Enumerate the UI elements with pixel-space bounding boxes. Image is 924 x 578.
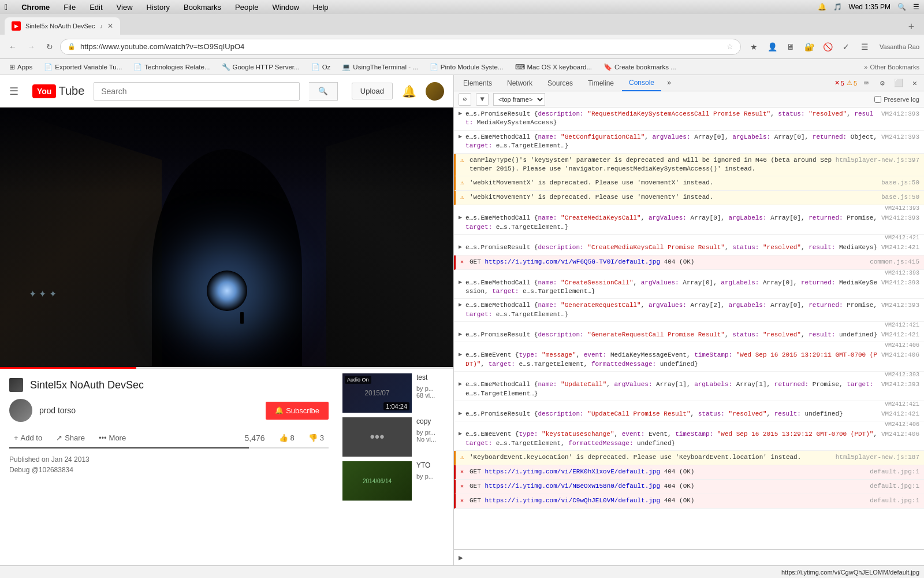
address-bar[interactable]: 🔒 https://www.youtube.com/watch?v=tsO9Sq…	[60, 39, 741, 55]
devtools-close-button[interactable]: ✕	[908, 76, 922, 90]
devtools-tab-sources[interactable]: Sources	[541, 75, 580, 91]
expand-icon-3[interactable]: ▶	[459, 214, 462, 232]
expand-icon-7[interactable]: ▶	[459, 331, 462, 339]
menu-file[interactable]: File	[61, 3, 78, 12]
sidebar-video-3[interactable]: 2014/06/14 YTO by p...	[342, 461, 449, 501]
video-progress-bar[interactable]	[0, 367, 453, 369]
menu-history[interactable]: History	[144, 3, 172, 12]
devtools-tab-more[interactable]: »	[662, 77, 676, 90]
extension-check-icon[interactable]: ✓	[838, 39, 854, 55]
menu-edit[interactable]: Edit	[87, 3, 105, 12]
bookmark-oz[interactable]: 📄 Oz	[307, 62, 336, 72]
active-tab[interactable]: ▶ Sintel5x NoAuth DevSec ♪ ✕	[5, 17, 120, 35]
error-link-1[interactable]: https://i.ytimg.com/vi/wF6Q5G-TV0I/defau…	[485, 258, 660, 265]
devtools-settings-icon[interactable]: ⚙	[875, 76, 889, 90]
bookmark-mac-keyboard[interactable]: ⌨ Mac OS X keyboard...	[511, 62, 597, 72]
error-link-3[interactable]: https://i.ytimg.com/vi/NBeOxw158n0/defau…	[485, 483, 660, 490]
warning-link-3[interactable]: base.js:50	[881, 194, 919, 201]
bookmark-exported-variable[interactable]: 📄 Exported Variable Tu...	[39, 62, 126, 72]
yt-menu-icon[interactable]: ☰	[9, 85, 18, 98]
add-to-button[interactable]: + Add to	[9, 431, 47, 444]
like-button[interactable]: 👍 8	[274, 431, 299, 444]
dislike-button[interactable]: 👎 3	[304, 431, 329, 444]
search-icon[interactable]: 🔍	[897, 3, 906, 11]
bookmark-apps[interactable]: ⊞ Apps	[5, 62, 37, 72]
frame-selector[interactable]: <top frame>	[493, 93, 545, 106]
filter-console-button[interactable]: ▼	[476, 93, 489, 106]
upload-button[interactable]: Upload	[352, 83, 393, 99]
devtools-dock-icon[interactable]: ⬜	[892, 76, 906, 90]
share-button[interactable]: ↗ Share	[51, 431, 90, 444]
console-input-field[interactable]	[465, 554, 919, 561]
expand-icon-11[interactable]: ▶	[459, 430, 462, 448]
error-source-link-4[interactable]: default.jpg:1	[870, 497, 919, 504]
expand-icon-5[interactable]: ▶	[459, 279, 462, 297]
expand-icon-9[interactable]: ▶	[459, 380, 462, 398]
extension-screen-icon[interactable]: 🖥	[783, 39, 799, 55]
expand-icon-10[interactable]: ▶	[459, 410, 462, 418]
warning-link-4[interactable]: html5player-new.js:187	[836, 454, 919, 461]
bookmark-create-bookmarks[interactable]: 🔖 Create bookmarks ...	[599, 62, 681, 72]
apple-menu[interactable]: 	[5, 2, 8, 12]
bookmark-star-icon[interactable]: ☆	[726, 42, 733, 51]
expand-icon-2[interactable]: ▶	[459, 133, 462, 151]
user-avatar[interactable]	[426, 82, 444, 101]
chrome-menu-button[interactable]: ☰	[856, 39, 873, 55]
sidebar-video-1[interactable]: 2015/07 Audio On 1:04:24 test by p...68 …	[342, 373, 449, 413]
channel-avatar[interactable]	[9, 399, 32, 422]
extension-mask-icon[interactable]: 👤	[764, 39, 780, 55]
console-location-error-2: default.jpg:1	[870, 468, 919, 477]
preserve-log-checkbox[interactable]	[874, 96, 881, 103]
control-center-icon[interactable]: ☰	[913, 3, 919, 11]
warning-link-2[interactable]: base.js:50	[881, 179, 919, 186]
more-button[interactable]: ••• More	[94, 431, 131, 444]
published-date: Published on Jan 24 2013	[9, 455, 329, 464]
extension-vpn-icon[interactable]: 🔐	[801, 39, 817, 55]
devtools-tab-network[interactable]: Network	[500, 75, 539, 91]
notifications-bell-icon[interactable]: 🔔	[402, 84, 416, 98]
bookmarks-overflow[interactable]: » Other Bookmarks	[864, 64, 919, 71]
youtube-search-input[interactable]	[94, 82, 300, 101]
warning-link-1[interactable]: html5player-new.js:397	[836, 157, 919, 164]
video-player[interactable]: ✦ ✦ ✦	[0, 108, 453, 369]
menu-bookmarks[interactable]: Bookmarks	[181, 3, 223, 12]
menu-view[interactable]: View	[114, 3, 135, 12]
devtools-tab-console[interactable]: Console	[622, 75, 661, 91]
expand-icon-8[interactable]: ▶	[459, 351, 462, 369]
expand-icon-6[interactable]: ▶	[459, 301, 462, 319]
expand-icon-4[interactable]: ▶	[459, 243, 462, 252]
new-tab-button[interactable]: +	[903, 18, 919, 35]
menu-people[interactable]: People	[233, 3, 260, 12]
bookmark-google-http[interactable]: 🔧 Google HTTP Server...	[217, 62, 304, 72]
error-source-link-2[interactable]: default.jpg:1	[870, 468, 919, 475]
error-link-2[interactable]: https://i.ytimg.com/vi/ERK0hXlxovE/defau…	[485, 468, 660, 475]
youtube-logo[interactable]: You Tube	[32, 84, 84, 98]
menu-window[interactable]: Window	[270, 3, 301, 12]
thumbs-up-icon: 👍	[279, 433, 288, 442]
sidebar-video-2[interactable]: ••• copy by pr...No vi...	[342, 417, 449, 457]
extension-star-icon[interactable]: ★	[746, 39, 762, 55]
channel-name[interactable]: prod torso	[39, 406, 259, 415]
error-link-4[interactable]: https://i.ytimg.com/vi/C9wQhJEL0VM/defau…	[485, 497, 660, 504]
tab-audio-icon: ♪	[100, 23, 103, 29]
menu-help[interactable]: Help	[311, 3, 331, 12]
tab-close-button[interactable]: ✕	[107, 22, 113, 30]
menu-chrome[interactable]: Chrome	[19, 3, 52, 12]
reload-button[interactable]: ↻	[42, 39, 58, 55]
expand-icon-1[interactable]: ▶	[459, 110, 462, 128]
devtools-tab-elements[interactable]: Elements	[456, 75, 499, 91]
subscribe-button[interactable]: 🔔 Subscribe	[266, 402, 329, 420]
devtools-terminal-icon[interactable]: ⌨	[859, 76, 873, 90]
console-messages[interactable]: ▶ e…s.PromiseResult {description: "Reque…	[454, 108, 924, 549]
forward-button[interactable]: →	[23, 39, 39, 55]
bookmark-technologies[interactable]: 📄 Technologies Relate...	[129, 62, 214, 72]
clear-console-button[interactable]: ⊘	[459, 93, 471, 106]
bookmark-terminal[interactable]: 💻 UsingTheTerminal - ...	[337, 62, 422, 72]
error-source-link-1[interactable]: common.js:415	[870, 258, 919, 265]
bookmark-pinto[interactable]: 📄 Pinto Module Syste...	[425, 62, 508, 72]
youtube-search-button[interactable]: 🔍	[309, 82, 338, 101]
back-button[interactable]: ←	[5, 39, 21, 55]
error-source-link-3[interactable]: default.jpg:1	[870, 483, 919, 490]
devtools-tab-timeline[interactable]: Timeline	[581, 75, 621, 91]
extension-ads-icon[interactable]: 🚫	[819, 39, 836, 55]
